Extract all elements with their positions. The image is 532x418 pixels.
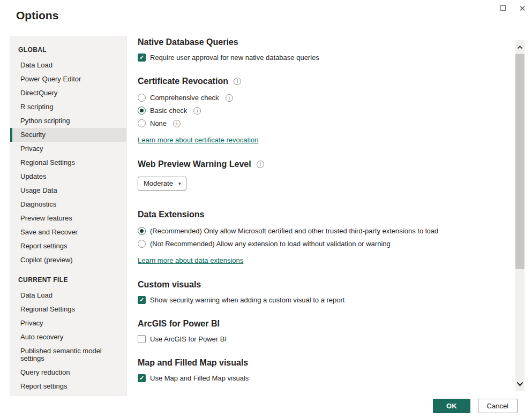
use-arcgis-checkbox-row[interactable]: Use ArcGIS for Power BI	[138, 335, 510, 343]
sidebar-item-save-and-recover[interactable]: Save and Recover	[10, 225, 126, 239]
options-dialog: ✕ Options GLOBAL Data Load Power Query E…	[0, 0, 532, 418]
warning-level-dropdown[interactable]: Moderate ▾	[138, 177, 186, 191]
none-label: None	[150, 119, 167, 127]
sidebar-item-regional-settings[interactable]: Regional Settings	[10, 156, 126, 170]
use-arcgis-label: Use ArcGIS for Power BI	[150, 335, 227, 343]
info-icon[interactable]: i	[173, 120, 181, 127]
close-button[interactable]: ✕	[516, 2, 529, 14]
scroll-down-button[interactable]	[515, 378, 524, 389]
info-icon[interactable]: i	[193, 107, 201, 115]
section-data-extensions: Data Extensions (Recommended) Only allow…	[138, 210, 510, 265]
section-heading-certificate-revocation: Certificate Revocation	[138, 77, 228, 86]
chevron-down-icon: ▾	[178, 181, 181, 186]
not-recommended-extensions-label: (Not Recommended) Allow any extension to…	[150, 240, 391, 248]
section-web-preview-warning-level: Web Preview Warning Level i Moderate ▾	[138, 159, 510, 191]
sidebar: GLOBAL Data Load Power Query Editor Dire…	[10, 36, 127, 396]
sidebar-header-global: GLOBAL	[10, 37, 126, 58]
certificate-revocation-learn-more-link[interactable]: Learn more about certificate revocation	[138, 136, 258, 144]
checkbox-checked-icon[interactable]: ✓	[138, 54, 146, 62]
maximize-icon	[500, 5, 506, 11]
section-custom-visuals: Custom visuals ✓ Show security warning w…	[138, 280, 510, 304]
sidebar-item-published-semantic-model-settings[interactable]: Published semantic model settings	[10, 344, 126, 366]
scrollbar[interactable]	[515, 40, 524, 391]
info-icon[interactable]: i	[234, 78, 241, 85]
sidebar-item-current-data-load[interactable]: Data Load	[10, 288, 126, 302]
sidebar-item-copilot-preview[interactable]: Copilot (preview)	[10, 253, 126, 267]
comprehensive-check-label: Comprehensive check	[150, 94, 219, 102]
section-arcgis: ArcGIS for Power BI Use ArcGIS for Power…	[138, 319, 510, 343]
radio-unselected-icon[interactable]	[138, 94, 146, 102]
sidebar-item-privacy[interactable]: Privacy	[10, 142, 126, 156]
section-heading-data-extensions: Data Extensions	[138, 210, 204, 219]
require-user-approval-checkbox-row[interactable]: ✓ Require user approval for new native d…	[138, 54, 510, 62]
sidebar-header-current-file: CURRENT FILE	[10, 267, 126, 288]
section-heading-custom-visuals: Custom visuals	[138, 280, 201, 290]
data-extensions-learn-more-link[interactable]: Learn more about data extensions	[138, 256, 243, 264]
scrollbar-thumb[interactable]	[515, 54, 524, 269]
sidebar-item-usage-data[interactable]: Usage Data	[10, 184, 126, 197]
section-heading-map-visuals: Map and Filled Map visuals	[138, 358, 248, 368]
chevron-down-icon	[516, 382, 523, 386]
sidebar-item-power-query-editor[interactable]: Power Query Editor	[10, 72, 126, 86]
radio-unselected-icon[interactable]	[138, 240, 146, 248]
cancel-button[interactable]: Cancel	[478, 399, 518, 413]
sidebar-item-security[interactable]: Security	[10, 128, 126, 142]
radio-selected-icon[interactable]	[138, 227, 146, 235]
recommended-extensions-label: (Recommended) Only allow Microsoft certi…	[150, 227, 438, 235]
use-map-visuals-checkbox-row[interactable]: ✓ Use Map and Filled Map visuals	[138, 374, 510, 382]
basic-check-label: Basic check	[150, 107, 187, 115]
section-native-database-queries: Native Database Queries ✓ Require user a…	[138, 37, 510, 62]
comprehensive-check-radio-row[interactable]: Comprehensive check i	[138, 94, 510, 102]
sidebar-item-current-report-settings[interactable]: Report settings	[10, 379, 126, 393]
use-map-visuals-label: Use Map and Filled Map visuals	[150, 374, 249, 382]
maximize-button[interactable]	[497, 2, 509, 14]
close-icon: ✕	[519, 4, 526, 12]
radio-selected-icon[interactable]	[138, 107, 146, 115]
sidebar-item-r-scripting[interactable]: R scripting	[10, 100, 126, 114]
custom-visual-warning-checkbox-row[interactable]: ✓ Show security warning when adding a cu…	[138, 296, 510, 304]
sidebar-item-auto-recovery[interactable]: Auto recovery	[10, 330, 126, 344]
info-icon[interactable]: i	[257, 161, 264, 168]
section-map-visuals: Map and Filled Map visuals ✓ Use Map and…	[138, 358, 510, 382]
radio-unselected-icon[interactable]	[138, 119, 146, 127]
not-recommended-extensions-radio-row[interactable]: (Not Recommended) Allow any extension to…	[138, 240, 510, 248]
sidebar-item-directquery[interactable]: DirectQuery	[10, 86, 126, 100]
sidebar-item-diagnostics[interactable]: Diagnostics	[10, 197, 126, 211]
sidebar-item-updates[interactable]: Updates	[10, 170, 126, 184]
sidebar-item-query-reduction[interactable]: Query reduction	[10, 366, 126, 379]
chevron-up-icon	[517, 45, 523, 49]
checkbox-checked-icon[interactable]: ✓	[138, 296, 146, 304]
section-heading-native-database-queries: Native Database Queries	[138, 37, 238, 47]
page-title: Options	[16, 9, 58, 22]
sidebar-item-current-privacy[interactable]: Privacy	[10, 316, 126, 330]
none-radio-row[interactable]: None i	[138, 119, 510, 127]
section-heading-arcgis: ArcGIS for Power BI	[138, 319, 220, 329]
recommended-extensions-radio-row[interactable]: (Recommended) Only allow Microsoft certi…	[138, 227, 510, 235]
checkbox-checked-icon[interactable]: ✓	[138, 374, 146, 382]
custom-visual-warning-label: Show security warning when adding a cust…	[150, 296, 344, 304]
sidebar-item-python-scripting[interactable]: Python scripting	[10, 114, 126, 128]
checkbox-unchecked-icon[interactable]	[138, 335, 146, 343]
warning-level-selected-value: Moderate	[144, 179, 173, 187]
sidebar-item-current-regional-settings[interactable]: Regional Settings	[10, 302, 126, 316]
sidebar-item-preview-features[interactable]: Preview features	[10, 211, 126, 225]
sidebar-item-data-load[interactable]: Data Load	[10, 58, 126, 72]
dialog-footer: OK Cancel	[433, 399, 518, 413]
basic-check-radio-row[interactable]: Basic check i	[138, 107, 510, 115]
section-certificate-revocation: Certificate Revocation i Comprehensive c…	[138, 77, 510, 145]
sidebar-item-report-settings[interactable]: Report settings	[10, 239, 126, 253]
scroll-up-button[interactable]	[515, 42, 524, 52]
info-icon[interactable]: i	[226, 94, 233, 102]
section-heading-web-preview-warning-level: Web Preview Warning Level	[138, 159, 251, 169]
require-user-approval-label: Require user approval for new native dat…	[150, 54, 319, 62]
ok-button[interactable]: OK	[433, 399, 470, 413]
window-controls: ✕	[497, 2, 529, 14]
settings-content: Native Database Queries ✓ Require user a…	[138, 37, 510, 382]
